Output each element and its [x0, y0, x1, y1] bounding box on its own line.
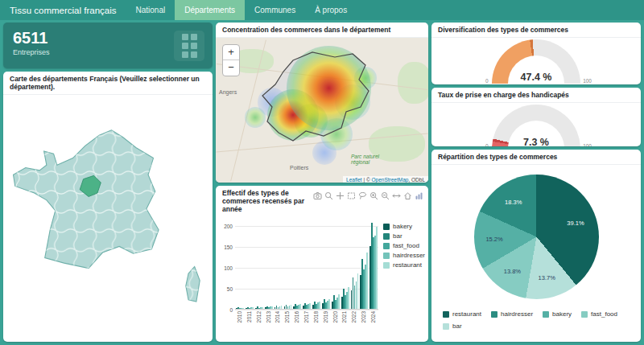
- bar-segment-restaurant[interactable]: [252, 307, 254, 309]
- bar-segment-restaurant[interactable]: [291, 305, 292, 309]
- nav-item-propos[interactable]: À propos: [305, 0, 357, 20]
- legend-label: fast_food: [591, 310, 617, 318]
- box-select-icon[interactable]: [347, 189, 356, 198]
- map-attribution: Leaflet | © OpenStreetMap, ODbL: [343, 176, 428, 183]
- gauge2-card: Taux de prise en charge des handicapés 7…: [431, 88, 641, 146]
- y-tick-label: 200: [224, 223, 233, 228]
- leaflet-map[interactable]: Angers Poitiers Parc naturel régional + …: [216, 38, 428, 183]
- gauge1-card: Diversification des types de commerces 4…: [431, 23, 641, 84]
- bar-segment-restaurant[interactable]: [357, 273, 359, 309]
- bar-segment-restaurant[interactable]: [262, 307, 263, 309]
- bar-segment-restaurant[interactable]: [299, 304, 301, 309]
- gauge2-value: 7.3 %: [476, 137, 597, 146]
- legend-item-bar[interactable]: bar: [443, 322, 462, 330]
- bar-segment-restaurant[interactable]: [281, 306, 283, 309]
- y-tick-label: 100: [224, 265, 233, 270]
- x-tick-label: 2012: [256, 311, 262, 322]
- nav-item-d-partements[interactable]: Départements: [175, 0, 245, 20]
- bar-chart-title: Effectif des types de commerces recensés…: [222, 189, 313, 213]
- legend-item-restaurant[interactable]: restaurant: [443, 310, 481, 318]
- x-tick-label: 2011: [246, 311, 252, 322]
- building-icon: [174, 31, 204, 61]
- x-tick-label: 2014: [275, 311, 280, 322]
- legend-item-bakery[interactable]: bakery: [383, 223, 425, 230]
- bar-segment-restaurant[interactable]: [242, 308, 244, 309]
- pie-label-bakery: 15.2%: [485, 236, 502, 243]
- legend-item-bar[interactable]: bar: [383, 232, 425, 240]
- legend-swatch: [443, 323, 449, 330]
- legend-item-hairdresser[interactable]: hairdresser: [491, 310, 533, 318]
- map-label-park: Parc naturel régional: [351, 154, 386, 166]
- pie-label-hairdresser: 18.3%: [505, 198, 522, 205]
- gauge2: 7.3 % 0 100: [476, 105, 597, 146]
- legend-label: restaurant: [452, 310, 481, 318]
- nav-items: NationalDépartementsCommunesÀ propos: [126, 0, 357, 20]
- legend-swatch: [383, 262, 390, 269]
- pan-icon[interactable]: [336, 189, 345, 198]
- attribution-separator: | ©: [362, 177, 372, 183]
- legend-item-fast-food[interactable]: fast_food: [383, 242, 425, 249]
- map-label-angers: Angers: [219, 89, 237, 95]
- zoom-in-icon[interactable]: [369, 189, 378, 198]
- legend-swatch: [383, 224, 390, 230]
- france-map-svg[interactable]: [8, 125, 208, 319]
- gauge1: 47.4 % 0 100: [476, 39, 597, 84]
- legend-item-hairdresser[interactable]: hairdresser: [383, 252, 425, 259]
- gridline: [235, 268, 378, 269]
- gauge2-title: Taux de prise en charge des handicapés: [431, 88, 641, 103]
- legend-swatch: [581, 311, 588, 318]
- legend-label: hairdresser: [393, 252, 425, 259]
- x-tick-label: 2015: [284, 311, 290, 322]
- dashboard-main: 6511 Entreprises Carte des départements …: [0, 20, 644, 345]
- lasso-icon[interactable]: [358, 189, 367, 198]
- zoom-in-button[interactable]: +: [223, 45, 239, 60]
- map-zoom-control: + −: [222, 44, 240, 76]
- leaflet-link[interactable]: Leaflet: [346, 177, 362, 183]
- x-tick-label: 2017: [303, 311, 309, 322]
- bar-segment-restaurant[interactable]: [338, 294, 340, 309]
- x-tick-label: 2013: [266, 311, 271, 322]
- bar-chart-legend: bakerybarfast_foodhairdresserrestaurant: [383, 220, 425, 335]
- legend-label: bar: [452, 322, 462, 330]
- legend-label: hairdresser: [501, 310, 533, 318]
- gauge2-min-label: 0: [485, 143, 489, 146]
- france-outline[interactable]: [14, 130, 200, 302]
- zoom-icon[interactable]: [324, 189, 333, 198]
- legend-item-restaurant[interactable]: restaurant: [383, 261, 425, 269]
- heatmap-title: Concentration des commerces dans le dépa…: [216, 23, 428, 38]
- pie-legend: restauranthairdresserbakeryfast_foodbar: [431, 310, 641, 332]
- y-tick-label: 50: [227, 285, 233, 291]
- zoom-out-icon[interactable]: [381, 189, 390, 198]
- x-tick-label: 2024: [370, 311, 376, 322]
- france-map[interactable]: [3, 95, 213, 342]
- bar-segment-restaurant[interactable]: [309, 303, 311, 309]
- legend-label: bakery: [552, 310, 572, 318]
- reset-axes-icon[interactable]: [403, 189, 412, 198]
- heatmap-card: Concentration des commerces dans le dépa…: [216, 23, 428, 183]
- x-tick-label: 2022: [351, 311, 357, 322]
- bar-segment-restaurant[interactable]: [376, 227, 378, 309]
- plotly-modebar: [313, 189, 423, 198]
- legend-item-fast-food[interactable]: fast_food: [581, 310, 617, 318]
- bar-segment-restaurant[interactable]: [271, 306, 273, 309]
- department-outline: [216, 38, 428, 183]
- gauge1-max-label: 100: [583, 78, 592, 84]
- bar-segment-restaurant[interactable]: [328, 299, 330, 310]
- pie-label-fast-food: 13.8%: [504, 268, 521, 275]
- legend-swatch: [383, 233, 390, 240]
- bar-segment-restaurant[interactable]: [366, 253, 368, 309]
- bar-segment-restaurant[interactable]: [348, 287, 349, 309]
- legend-swatch: [383, 243, 390, 249]
- camera-icon[interactable]: [313, 189, 322, 198]
- x-tick-label: 2019: [323, 311, 328, 322]
- bar-chart-plot[interactable]: [235, 220, 378, 310]
- nav-item-national[interactable]: National: [126, 0, 175, 20]
- bar-segment-restaurant[interactable]: [319, 302, 320, 309]
- autoscale-icon[interactable]: [392, 189, 401, 198]
- plotly-logo-icon[interactable]: [415, 189, 423, 198]
- pie-chart-card: Répartition des types de commerces 39.1%…: [431, 150, 641, 342]
- osm-link[interactable]: OpenStreetMap: [372, 177, 409, 183]
- legend-item-bakery[interactable]: bakery: [543, 310, 572, 318]
- zoom-out-button[interactable]: −: [223, 60, 239, 76]
- nav-item-communes[interactable]: Communes: [245, 0, 305, 20]
